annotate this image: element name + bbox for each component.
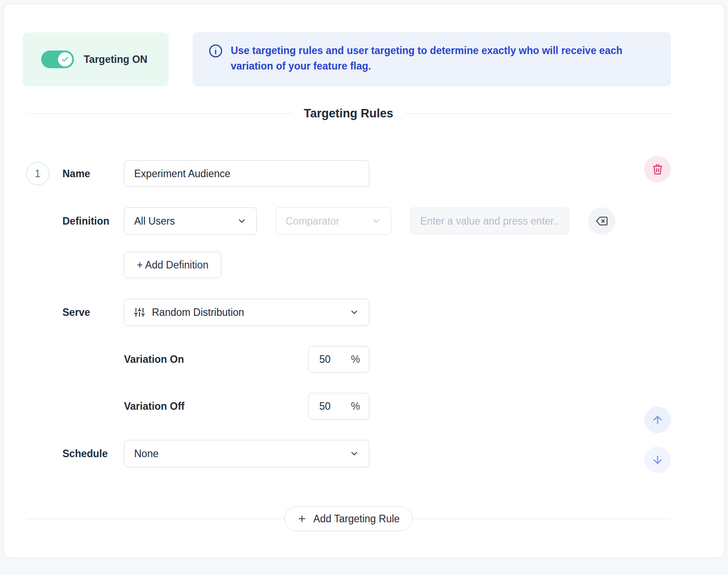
- serve-select-value: Random Distribution: [152, 307, 244, 319]
- audience-select-value: All Users: [134, 215, 175, 227]
- targeting-rule: 1 Name Definition All Users Comparator: [26, 160, 671, 467]
- targeting-toggle-label: Targeting ON: [84, 54, 147, 66]
- arrow-up-icon: [651, 414, 664, 426]
- percent-unit: %: [351, 354, 360, 365]
- targeting-toggle[interactable]: [41, 51, 74, 68]
- footer-divider: Add Targeting Rule: [26, 506, 671, 531]
- schedule-select[interactable]: None: [124, 440, 369, 467]
- move-rule-up-button[interactable]: [644, 407, 671, 433]
- serve-label: Serve: [62, 307, 124, 319]
- move-rule-down-button[interactable]: [644, 447, 671, 473]
- arrow-down-icon: [651, 454, 664, 466]
- divider-line: [405, 113, 671, 114]
- trash-icon: [652, 163, 663, 175]
- comparator-placeholder: Comparator: [286, 215, 339, 227]
- add-definition-row: + Add Definition: [124, 252, 671, 278]
- info-banner: Use targeting rules and user targeting t…: [193, 32, 671, 86]
- clear-definition-button[interactable]: [588, 207, 616, 235]
- targeting-panel: Targeting ON Use targeting rules and use…: [4, 4, 724, 558]
- variation-off-input[interactable]: [319, 400, 342, 412]
- add-targeting-rule-button[interactable]: Add Targeting Rule: [284, 506, 412, 531]
- schedule-label: Schedule: [62, 448, 124, 460]
- comparator-select: Comparator: [275, 207, 391, 235]
- variation-off-row: Variation Off %: [124, 393, 671, 420]
- name-row: 1 Name: [26, 160, 671, 187]
- rule-number: 1: [26, 162, 49, 185]
- header-row: Targeting ON Use targeting rules and use…: [23, 32, 671, 86]
- toggle-check-icon: [58, 52, 72, 66]
- section-divider: Targeting Rules: [26, 107, 671, 120]
- chevron-down-icon: [372, 216, 381, 226]
- name-label: Name: [62, 168, 124, 180]
- info-icon: [209, 44, 223, 58]
- schedule-select-value: None: [134, 448, 159, 460]
- targeting-toggle-card: Targeting ON: [23, 32, 169, 86]
- variation-on-input[interactable]: [319, 354, 342, 365]
- schedule-row: Schedule None: [26, 440, 671, 467]
- divider-line: [26, 113, 292, 114]
- variation-off-label: Variation Off: [124, 400, 308, 412]
- sliders-icon: [134, 307, 145, 318]
- variation-on-row: Variation On %: [124, 346, 671, 373]
- audience-select[interactable]: All Users: [124, 207, 257, 235]
- percent-unit: %: [351, 400, 360, 412]
- serve-row: Serve Random Distribution: [26, 299, 671, 326]
- delete-rule-button[interactable]: [644, 156, 671, 183]
- plus-icon: [297, 514, 307, 524]
- definition-label: Definition: [62, 215, 124, 227]
- divider-line: [413, 519, 671, 519]
- variation-on-label: Variation On: [124, 354, 308, 365]
- rule-name-input[interactable]: [124, 160, 369, 187]
- chevron-down-icon: [237, 216, 247, 226]
- chevron-down-icon: [349, 449, 359, 458]
- definition-value-input: [410, 207, 569, 235]
- chevron-down-icon: [349, 307, 359, 317]
- variation-off-field: %: [308, 393, 369, 420]
- backspace-icon: [596, 215, 608, 227]
- definition-row: Definition All Users Comparator: [26, 207, 671, 235]
- add-targeting-rule-label: Add Targeting Rule: [313, 513, 399, 525]
- variation-on-field: %: [308, 346, 369, 373]
- serve-select[interactable]: Random Distribution: [124, 299, 369, 326]
- divider-line: [26, 519, 284, 519]
- add-definition-button[interactable]: + Add Definition: [124, 252, 221, 278]
- section-title: Targeting Rules: [304, 107, 393, 120]
- info-banner-text: Use targeting rules and user targeting t…: [231, 43, 655, 74]
